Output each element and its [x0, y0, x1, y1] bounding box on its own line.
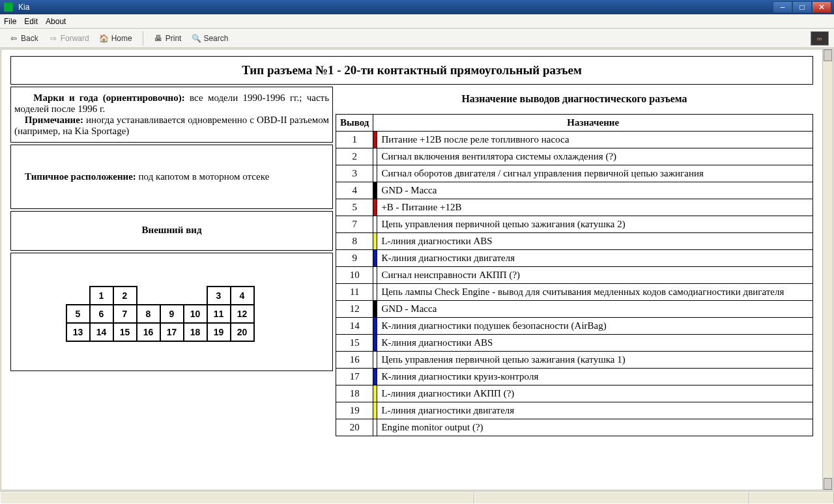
pin-description: Цепь лампы Check Engine - вывод для счит…: [377, 284, 813, 301]
pin-number: 16: [336, 352, 373, 369]
pin-header-num: Вывод: [336, 115, 373, 132]
pin-row: 15К-линия диагностики ABS: [336, 335, 813, 352]
titlebar: Kia – □ ✕: [0, 0, 834, 14]
pin-row: 1Питание +12В после реле топливного насо…: [336, 132, 813, 148]
connector-pin: [66, 287, 90, 305]
location-text: под капотом в моторном отсеке: [136, 171, 269, 182]
pin-number: 11: [336, 284, 373, 301]
menu-about[interactable]: About: [46, 17, 66, 26]
pin-row: 12GND - Масса: [336, 301, 813, 318]
connector-pin: 16: [137, 323, 160, 341]
pin-description: Сигнал включения вентилятора системы охл…: [377, 148, 813, 165]
vertical-scrollbar[interactable]: [822, 49, 833, 490]
print-button[interactable]: 🖶 Print: [150, 32, 186, 45]
brand-badge: ∞: [811, 31, 829, 46]
pin-description: Сигнал оборотов двигателя / сигнал управ…: [377, 165, 813, 182]
pin-number: 2: [336, 148, 373, 165]
connector-pin: 8: [137, 305, 160, 323]
pin-number: 7: [336, 216, 373, 233]
pin-description: Engine monitor output (?): [377, 419, 813, 436]
connector-diagram: 1234567891011121314151617181920: [66, 286, 278, 342]
minimize-button[interactable]: –: [773, 1, 792, 13]
back-icon: ⇦: [9, 34, 18, 43]
pin-row: 5+B - Питание +12В: [336, 199, 813, 216]
connector-pin: 7: [113, 305, 137, 323]
pin-number: 3: [336, 165, 373, 182]
connector-pin: 1: [90, 287, 113, 305]
pin-description: Цепь управления первичной цепью зажигани…: [377, 216, 813, 233]
search-icon: 🔍: [192, 34, 201, 43]
connector-pin: 19: [207, 323, 231, 341]
pin-number: 12: [336, 301, 373, 318]
pin-number: 5: [336, 199, 373, 216]
pin-number: 9: [336, 250, 373, 267]
menu-edit[interactable]: Edit: [24, 17, 38, 26]
pin-number: 19: [336, 402, 373, 419]
toolbar: ⇦ Back ⇨ Forward 🏠 Home 🖶 Print 🔍 Search…: [0, 29, 834, 48]
pin-description: К-линия диагностики ABS: [377, 335, 813, 352]
location-label: Типичное расположение:: [25, 171, 136, 182]
connector-pin: 15: [113, 323, 137, 341]
pin-row: 10Сигнал неисправности АКПП (?): [336, 267, 813, 284]
content-area: Тип разъема №1 - 20-ти контактный прямоу…: [1, 49, 833, 490]
home-button[interactable]: 🏠 Home: [96, 32, 136, 45]
pin-number: 10: [336, 267, 373, 284]
menubar: File Edit About: [0, 14, 834, 29]
two-column-layout: Марки и года (ориентировочно): все модел…: [10, 87, 813, 436]
maximize-button[interactable]: □: [792, 1, 812, 13]
document-body: Тип разъема №1 - 20-ти контактный прямоу…: [1, 49, 822, 490]
note-label: Примечание:: [25, 115, 83, 125]
pinout-table: Назначение выводов диагностического разъ…: [336, 87, 813, 436]
connector-pin: 20: [231, 323, 254, 341]
connector-pin: 6: [90, 305, 113, 323]
brands-box: Марки и года (ориентировочно): все модел…: [10, 87, 333, 143]
pin-description: L-линия диагностики двигателя: [377, 402, 813, 419]
pin-number: 20: [336, 419, 373, 436]
connector-pin: 12: [231, 305, 254, 323]
window-title: Kia: [18, 3, 773, 12]
menu-file[interactable]: File: [4, 17, 16, 26]
connector-pin: [160, 287, 184, 305]
pin-description: К-линия диагностики подушек безопасности…: [377, 318, 813, 335]
pin-number: 1: [336, 132, 373, 148]
pin-number: 15: [336, 335, 373, 352]
pin-header-desc: Назначение: [373, 115, 813, 132]
appearance-heading: Внешний вид: [10, 211, 333, 251]
pin-number: 8: [336, 233, 373, 250]
right-column: Назначение выводов диагностического разъ…: [336, 87, 813, 436]
back-button[interactable]: ⇦ Back: [5, 32, 42, 45]
forward-icon: ⇨: [49, 34, 58, 43]
pin-description: К-линия диагностики двигателя: [377, 250, 813, 267]
pin-description: L-линия диагностики АКПП (?): [377, 385, 813, 402]
pin-row: 18L-линия диагностики АКПП (?): [336, 385, 813, 402]
pin-row: 20Engine monitor output (?): [336, 419, 813, 436]
pin-row: 4GND - Масса: [336, 182, 813, 199]
connector-pin: 3: [207, 287, 231, 305]
pin-row: 19L-линия диагностики двигателя: [336, 402, 813, 419]
connector-diagram-box: 1234567891011121314151617181920: [10, 253, 333, 371]
location-box: Типичное расположение: под капотом в мот…: [10, 145, 333, 209]
close-button[interactable]: ✕: [812, 1, 831, 13]
connector-pin: [184, 287, 207, 305]
toolbar-separator: [143, 31, 143, 46]
connector-pin: 10: [184, 305, 207, 323]
connector-pin: 9: [160, 305, 184, 323]
pin-number: 14: [336, 318, 373, 335]
pin-description: L-линия диагностики ABS: [377, 233, 813, 250]
pin-number: 17: [336, 369, 373, 385]
brands-label: Марки и года (ориентировочно):: [33, 92, 184, 103]
connector-pin: [254, 287, 278, 305]
pin-row: 16Цепь управления первичной цепью зажига…: [336, 352, 813, 369]
search-button[interactable]: 🔍 Search: [188, 32, 232, 45]
connector-pin: 17: [160, 323, 184, 341]
pin-description: +B - Питание +12В: [377, 199, 813, 216]
window-buttons: – □ ✕: [773, 1, 831, 13]
pin-description: GND - Масса: [377, 182, 813, 199]
pinout-caption: Назначение выводов диагностического разъ…: [336, 87, 813, 114]
pin-row: 3Сигнал оборотов двигателя / сигнал упра…: [336, 165, 813, 182]
forward-button[interactable]: ⇨ Forward: [45, 32, 93, 45]
pin-row: 7Цепь управления первичной цепью зажиган…: [336, 216, 813, 233]
app-window: Kia – □ ✕ File Edit About ⇦ Back ⇨ Forwa…: [0, 0, 834, 504]
pin-description: GND - Масса: [377, 301, 813, 318]
connector-pin: 14: [90, 323, 113, 341]
